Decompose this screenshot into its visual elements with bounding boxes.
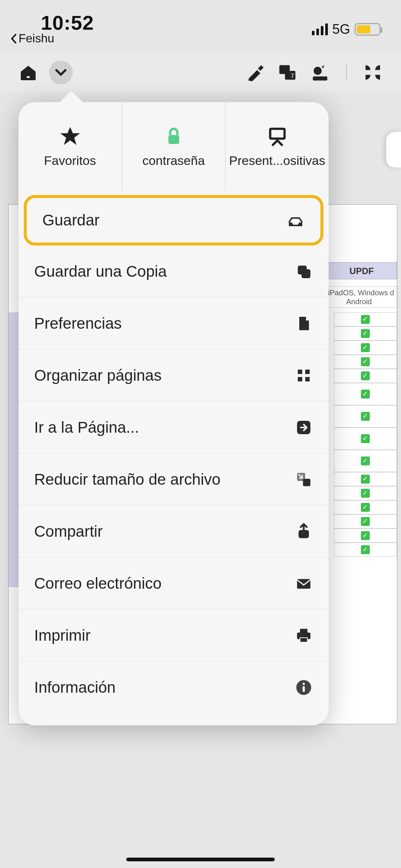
copy-icon	[294, 262, 313, 281]
email-menu-item[interactable]: Correo electrónico	[19, 557, 329, 609]
stamp-button[interactable]	[308, 61, 332, 84]
save-label: Guardar	[42, 211, 100, 229]
slideshow-label: Present...ositivas	[227, 153, 327, 168]
home-indicator[interactable]	[126, 858, 275, 861]
svg-rect-24	[303, 686, 305, 692]
status-bar: 10:52 5G	[0, 0, 401, 52]
mail-icon	[294, 574, 313, 593]
print-label: Imprimir	[34, 627, 91, 644]
check-icon	[361, 517, 370, 526]
svg-rect-16	[303, 479, 310, 486]
svg-rect-5	[313, 77, 327, 81]
status-right: 5G	[312, 22, 381, 37]
password-tab[interactable]: contraseña	[122, 102, 226, 191]
save-copy-menu-item[interactable]: Guardar una Copia	[19, 246, 329, 298]
doc-col-sub: , iPadOS, Windows d Android	[321, 286, 397, 308]
battery-icon	[355, 23, 381, 36]
svg-rect-6	[168, 135, 179, 144]
favorites-tab[interactable]: Favoritos	[19, 102, 122, 191]
svg-rect-19	[300, 629, 307, 633]
check-icon	[361, 329, 370, 338]
info-icon	[294, 678, 313, 697]
grid-4-icon	[294, 366, 313, 385]
svg-rect-18	[297, 579, 310, 589]
popover-list: Guardar Guardar una Copia Preferencias O…	[19, 195, 329, 725]
chevron-down-icon	[52, 64, 70, 81]
side-handle[interactable]	[386, 132, 401, 168]
check-icon	[361, 434, 370, 443]
password-label: contraseña	[140, 153, 207, 168]
check-icon	[361, 545, 370, 554]
svg-rect-10	[298, 370, 302, 374]
textbox-button[interactable]: T	[276, 61, 299, 84]
goto-page-menu-item[interactable]: Ir a la Página...	[19, 402, 329, 453]
top-toolbar: T	[0, 52, 401, 93]
save-menu-item[interactable]: Guardar	[24, 195, 323, 246]
info-menu-item[interactable]: Información	[19, 661, 329, 713]
email-label: Correo electrónico	[34, 575, 162, 592]
check-icon	[361, 315, 370, 324]
info-label: Información	[34, 679, 115, 696]
goto-label: Ir a la Página...	[34, 419, 139, 436]
organize-label: Organizar páginas	[34, 367, 162, 384]
check-icon	[361, 343, 370, 352]
printer-icon	[294, 626, 313, 645]
svg-rect-9	[301, 269, 310, 278]
share-menu-item[interactable]: Compartir	[19, 505, 329, 557]
check-icon	[361, 489, 370, 498]
check-icon	[361, 475, 370, 484]
slideshow-tab[interactable]: Present...ositivas	[226, 102, 329, 191]
home-icon	[19, 64, 37, 81]
presentation-icon	[267, 125, 288, 147]
check-icon	[361, 371, 370, 380]
home-button[interactable]	[16, 61, 40, 84]
back-to-app-button[interactable]: Feishu	[10, 32, 54, 45]
stamp-icon	[310, 63, 330, 82]
svg-rect-21	[300, 638, 307, 642]
doc-col-header: UPDF	[326, 262, 397, 279]
check-icon	[361, 456, 370, 465]
dropdown-toggle-button[interactable]	[49, 61, 73, 84]
network-label: 5G	[332, 22, 350, 37]
svg-text:T: T	[291, 72, 295, 79]
svg-rect-11	[305, 370, 310, 374]
back-app-label: Feishu	[19, 32, 54, 45]
favorites-label: Favoritos	[42, 153, 98, 168]
file-menu-popover: Favoritos contraseña Present...ositivas …	[19, 102, 329, 725]
preferences-label: Preferencias	[34, 315, 122, 332]
status-time: 10:52	[41, 11, 94, 34]
textbox-icon: T	[278, 63, 297, 82]
check-icon	[361, 390, 370, 399]
svg-rect-7	[270, 129, 284, 139]
back-caret-icon	[10, 34, 18, 43]
save-copy-label: Guardar una Copia	[34, 263, 167, 280]
check-icon	[361, 357, 370, 366]
share-label: Compartir	[34, 523, 102, 540]
check-icon	[361, 503, 370, 512]
svg-point-4	[314, 67, 322, 75]
organize-pages-menu-item[interactable]: Organizar páginas	[19, 350, 329, 402]
highlighter-icon	[245, 63, 264, 82]
arrow-box-icon	[294, 418, 313, 437]
svg-rect-12	[298, 377, 302, 381]
reduce-size-menu-item[interactable]: Reducir tamaño de archivo	[19, 453, 329, 505]
toolbar-divider	[346, 64, 347, 81]
apps-grid-button[interactable]	[361, 61, 385, 84]
svg-point-23	[303, 683, 305, 685]
check-icon	[361, 531, 370, 540]
compress-icon	[294, 470, 313, 489]
lock-icon	[163, 125, 185, 147]
popover-tabs: Favoritos contraseña Present...ositivas	[19, 102, 329, 191]
highlighter-button[interactable]	[243, 61, 267, 84]
svg-rect-0	[27, 76, 30, 78]
preferences-menu-item[interactable]: Preferencias	[19, 298, 329, 350]
document-icon	[294, 314, 313, 333]
print-menu-item[interactable]: Imprimir	[19, 609, 329, 661]
reduce-label: Reducir tamaño de archivo	[34, 471, 221, 488]
check-icon	[361, 412, 370, 421]
svg-rect-13	[305, 377, 310, 381]
cell-signal-icon	[312, 23, 328, 35]
save-tray-icon	[286, 211, 305, 230]
grid-icon	[363, 63, 382, 82]
star-icon	[59, 125, 81, 147]
